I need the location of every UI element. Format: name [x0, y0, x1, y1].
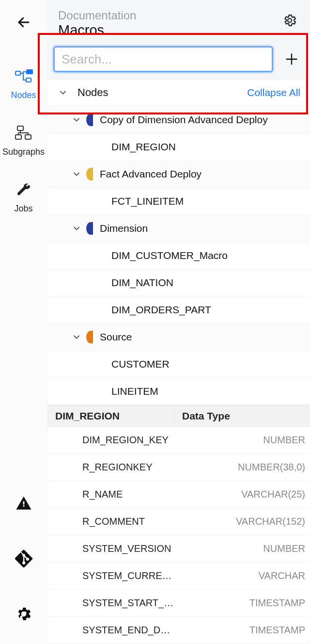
column-name: R_COMMENT [47, 516, 174, 527]
main-panel: Documentation Macros Nodes Collapse All … [47, 0, 310, 644]
svg-point-7 [288, 18, 292, 22]
sidebar-item-subgraphs[interactable]: Subgraphs [0, 123, 47, 157]
tree-node-label: CUSTOMER [111, 358, 310, 370]
chevron-down-icon [67, 169, 86, 179]
tree-group-label: Copy of Dimension Advanced Deploy [100, 114, 310, 126]
tree-group[interactable]: Source [47, 323, 310, 351]
tree-group-label: Dimension [100, 223, 310, 234]
tree-group-label: Fact Advanced Deploy [100, 168, 310, 180]
nodes-icon [13, 66, 34, 87]
tree-group[interactable]: Dimension [47, 215, 310, 242]
tree-node[interactable]: FCT_LINEITEM [47, 188, 310, 215]
tree-node[interactable]: DIM_CUSTOMER_Macro [47, 242, 310, 269]
tree-node[interactable]: DIM_ORDERS_PART [47, 296, 310, 323]
chevron-down-icon [67, 115, 86, 125]
column-name: R_NAME [47, 489, 174, 500]
git-icon [15, 549, 33, 568]
chevron-down-icon [67, 332, 86, 342]
page-title: Macros [58, 22, 280, 38]
tree-node-label: DIM_REGION [111, 141, 310, 153]
left-sidebar: Nodes Subgraphs Jobs [0, 0, 47, 644]
type-swatch [86, 113, 93, 126]
column-type: VARCHAR(25) [174, 489, 310, 500]
column-row[interactable]: R_NAMEVARCHAR(25) [47, 481, 310, 508]
tree-group[interactable]: Fact Advanced Deploy [47, 161, 310, 188]
tree-node[interactable]: DIM_NATION [47, 269, 310, 296]
nodes-section-label: Nodes [73, 86, 247, 99]
tree-group[interactable]: Copy of Dimension Advanced Deploy [47, 106, 310, 133]
collapse-all-link[interactable]: Collapse All [247, 87, 300, 98]
tree-node[interactable]: CUSTOMER [47, 351, 310, 378]
column-row[interactable]: SYSTEM_CURRENT_VARCHAR [47, 563, 310, 590]
tree-node-label: DIM_CUSTOMER_Macro [111, 250, 310, 261]
gear-icon [282, 13, 297, 28]
sidebar-item-label: Jobs [14, 204, 32, 214]
tree-node-label: DIM_NATION [111, 277, 310, 289]
back-button[interactable] [13, 12, 34, 33]
column-name: SYSTEM_VERSION [47, 543, 174, 554]
type-swatch [86, 331, 93, 343]
tree-node[interactable]: LINEITEM [47, 378, 310, 405]
header: Documentation Macros [47, 0, 310, 39]
columns-list: DIM_REGION_KEYNUMBERR_REGIONKEYNUMBER(38… [47, 427, 310, 644]
arrow-left-icon [16, 15, 31, 30]
tree-node-label: DIM_ORDERS_PART [111, 304, 310, 316]
column-type: VARCHAR [174, 570, 310, 581]
svg-rect-5 [16, 135, 21, 139]
git-button[interactable] [13, 548, 34, 569]
tree-node-label: FCT_LINEITEM [111, 195, 310, 207]
tree-node[interactable]: DIM_REGION [47, 133, 310, 161]
settings-button[interactable] [280, 11, 299, 30]
type-swatch [86, 222, 93, 235]
add-button[interactable] [282, 49, 301, 69]
problems-button[interactable] [13, 493, 34, 514]
breadcrumb-parent[interactable]: Documentation [58, 9, 280, 22]
chevron-down-icon [67, 224, 86, 233]
column-name: SYSTEM_CURRENT_ [47, 570, 174, 581]
column-type: TIMESTAMP [174, 625, 310, 636]
nodes-tree: Copy of Dimension Advanced DeployDIM_REG… [47, 106, 310, 405]
column-type: NUMBER [174, 543, 310, 554]
search-row [47, 39, 310, 79]
wrench-icon [13, 179, 34, 201]
svg-rect-6 [25, 135, 31, 139]
svg-rect-4 [17, 126, 23, 130]
column-name: DIM_REGION_KEY [47, 435, 174, 446]
column-row[interactable]: R_COMMENTVARCHAR(152) [47, 508, 310, 535]
sidebar-item-label: Nodes [11, 90, 36, 100]
sidebar-item-label: Subgraphs [2, 147, 45, 157]
column-name: R_REGIONKEY [47, 462, 174, 473]
column-type: NUMBER(38,0) [174, 462, 310, 473]
column-row[interactable]: SYSTEM_VERSIONNUMBER [47, 535, 310, 563]
columns-header: DIM_REGION Data Type [47, 405, 310, 427]
sidebar-item-nodes[interactable]: Nodes [0, 66, 47, 100]
svg-rect-1 [16, 71, 20, 75]
sidebar-item-jobs[interactable]: Jobs [0, 179, 47, 214]
column-row[interactable]: DIM_REGION_KEYNUMBER [47, 427, 310, 454]
search-input[interactable] [53, 46, 273, 72]
column-row[interactable]: SYSTEM_END_DATETIMESTAMP [47, 617, 310, 644]
column-row[interactable]: SYSTEM_START_DATIMESTAMP [47, 590, 310, 617]
chevron-down-icon [53, 88, 73, 97]
columns-header-name: DIM_REGION [47, 410, 174, 422]
columns-header-type: Data Type [174, 410, 310, 422]
column-type: TIMESTAMP [174, 597, 310, 609]
subgraphs-icon [13, 123, 34, 144]
type-swatch [86, 168, 93, 180]
column-type: NUMBER [174, 435, 310, 446]
column-name: SYSTEM_END_DATE [47, 625, 174, 636]
nodes-section-header[interactable]: Nodes Collapse All [47, 79, 310, 106]
column-type: VARCHAR(152) [174, 516, 310, 527]
column-row[interactable]: R_REGIONKEYNUMBER(38,0) [47, 454, 310, 481]
tree-node-label: LINEITEM [111, 386, 310, 397]
gear-wrench-icon [15, 605, 32, 623]
tree-group-label: Source [100, 331, 310, 343]
svg-rect-2 [26, 69, 33, 74]
alert-icon [16, 495, 32, 512]
build-settings-button[interactable] [13, 603, 34, 625]
column-name: SYSTEM_START_DA [47, 597, 174, 609]
svg-rect-3 [26, 78, 31, 82]
plus-icon [285, 52, 298, 66]
